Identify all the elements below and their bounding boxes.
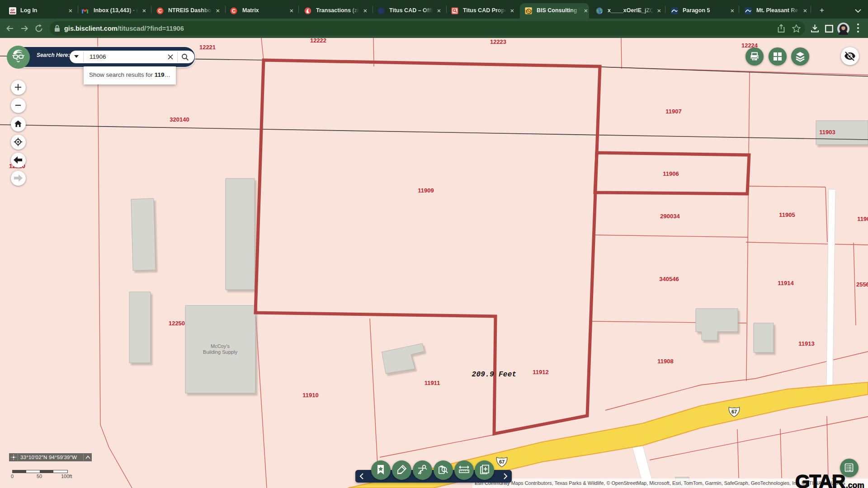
svg-text:C: C xyxy=(232,8,236,14)
svg-text:209.9 Feet: 209.9 Feet xyxy=(472,371,516,379)
svg-text:340546: 340546 xyxy=(659,276,679,282)
svg-text:320140: 320140 xyxy=(170,116,189,123)
svg-text:12250: 12250 xyxy=(169,320,185,327)
svg-text:11911: 11911 xyxy=(425,380,440,386)
svg-text:25565: 25565 xyxy=(856,281,868,288)
svg-text:C: C xyxy=(158,8,162,14)
svg-text:11908: 11908 xyxy=(657,358,673,365)
svg-text:290034: 290034 xyxy=(660,213,680,220)
svg-text:67: 67 xyxy=(731,409,737,414)
svg-text:McCoy’s: McCoy’s xyxy=(211,343,230,349)
svg-text:11905: 11905 xyxy=(779,211,795,218)
svg-text:11903: 11903 xyxy=(819,129,835,136)
svg-text:67: 67 xyxy=(499,459,505,465)
svg-text:11914: 11914 xyxy=(778,280,794,286)
svg-text:11906: 11906 xyxy=(663,170,679,177)
svg-text:12222: 12222 xyxy=(310,37,326,44)
svg-text:12221: 12221 xyxy=(199,44,216,51)
svg-text:11904: 11904 xyxy=(857,216,868,222)
svg-text:11909: 11909 xyxy=(418,187,434,194)
svg-text:11910: 11910 xyxy=(302,392,318,399)
svg-text:11913: 11913 xyxy=(798,340,814,347)
svg-text:11907: 11907 xyxy=(665,108,681,115)
svg-text:11912: 11912 xyxy=(533,369,548,375)
svg-text:GT: GT xyxy=(10,9,15,12)
svg-text:Building Supply: Building Supply xyxy=(203,349,237,355)
svg-text:12223: 12223 xyxy=(490,38,506,45)
